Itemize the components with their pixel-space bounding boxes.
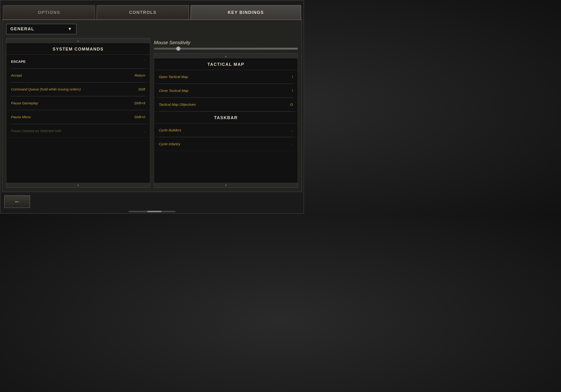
tab-options-label: OPTIONS bbox=[38, 10, 60, 15]
cmd-open-tactical-key: \ bbox=[274, 75, 293, 79]
cmd-pause-menu-key: Shift+0 bbox=[126, 115, 145, 119]
cmd-pause-gameplay-key: Shift+9 bbox=[126, 101, 145, 105]
taskbar-header: TASKBAR bbox=[154, 112, 298, 123]
sensitivity-slider[interactable] bbox=[154, 48, 298, 50]
tab-controls[interactable]: CONTROLS bbox=[97, 5, 189, 19]
horiz-scrollbar-track[interactable] bbox=[129, 211, 175, 212]
cmd-tactical-objectives-name: Tactical Map Objectives bbox=[159, 102, 274, 107]
cmd-cycle-infantry[interactable]: Cycle Infantry . bbox=[154, 137, 298, 151]
cmd-escape-name: ESCAPE bbox=[11, 59, 126, 64]
bottom-scrollbar bbox=[0, 210, 303, 213]
cmd-focus-camera-key: . bbox=[126, 129, 145, 133]
scroll-down-arrow[interactable]: ▼ bbox=[6, 183, 150, 187]
cmd-open-tactical[interactable]: Open Tactical Map \ bbox=[154, 70, 298, 84]
system-commands-header: SYSTEM COMMANDS bbox=[6, 43, 150, 55]
cmd-close-tactical[interactable]: Close Tactical Map \ bbox=[154, 84, 298, 98]
cmd-command-queue-key: Shift bbox=[126, 87, 145, 91]
cmd-tactical-objectives-key: O bbox=[274, 102, 293, 107]
dropdown-row: GENERAL ▼ bbox=[6, 24, 298, 34]
cmd-accept[interactable]: Accept Return bbox=[6, 69, 150, 82]
right-scroll-up[interactable]: ▲ bbox=[154, 54, 298, 58]
cmd-command-queue-name: Command Queue (hold while issuing orders… bbox=[11, 87, 126, 92]
cmd-close-tactical-key: \ bbox=[274, 89, 293, 93]
cmd-cycle-builders-key: , bbox=[274, 128, 293, 132]
tabs-bar: OPTIONS CONTROLS KEY BINDINGS bbox=[0, 0, 303, 19]
cmd-focus-camera-name: Focus Camera on Selected Unit bbox=[11, 129, 126, 133]
columns-area: ▲ SYSTEM COMMANDS ESCAPE ` bbox=[6, 38, 298, 188]
cmd-escape-key: ` bbox=[126, 59, 145, 64]
cmd-close-tactical-name: Close Tactical Map bbox=[159, 88, 274, 93]
cmd-open-tactical-name: Open Tactical Map bbox=[159, 75, 274, 79]
cmd-cycle-infantry-name: Cycle Infantry bbox=[159, 142, 274, 146]
system-commands-panel: ▲ SYSTEM COMMANDS ESCAPE ` bbox=[6, 38, 150, 188]
cmd-tactical-objectives[interactable]: Tactical Map Objectives O bbox=[154, 98, 298, 111]
tactical-map-header: TACTICAL MAP bbox=[154, 58, 298, 70]
dropdown-value: GENERAL bbox=[10, 27, 34, 32]
right-column: Mouse Sensitivity ▲ TACTICAL MAP Open Ta… bbox=[154, 38, 298, 188]
scroll-up-arrow[interactable]: ▲ bbox=[6, 38, 150, 43]
tab-keybindings[interactable]: KEY BINDINGS bbox=[191, 5, 301, 19]
sensitivity-label: Mouse Sensitivity bbox=[154, 40, 298, 45]
slider-thumb bbox=[176, 46, 180, 51]
tab-options[interactable]: OPTIONS bbox=[3, 5, 95, 19]
sensitivity-area: Mouse Sensitivity bbox=[154, 38, 298, 53]
cmd-pause-menu-name: Pause Menu bbox=[11, 115, 126, 120]
outer-frame: OPTIONS CONTROLS KEY BINDINGS GENERAL ▼ … bbox=[0, 0, 304, 214]
cmd-command-queue[interactable]: Command Queue (hold while issuing orders… bbox=[6, 83, 150, 96]
right-scroll-down[interactable]: ▼ bbox=[154, 183, 298, 187]
left-column: ▲ SYSTEM COMMANDS ESCAPE ` bbox=[6, 38, 150, 188]
cmd-cycle-builders[interactable]: Cycle Builders , bbox=[154, 123, 298, 137]
bottom-bar: ← bbox=[0, 193, 303, 210]
cmd-accept-key: Return bbox=[126, 73, 145, 77]
back-arrow-icon: ← bbox=[14, 198, 21, 205]
tab-keybindings-label: KEY BINDINGS bbox=[228, 10, 264, 15]
tab-controls-label: CONTROLS bbox=[129, 10, 157, 15]
cmd-cycle-infantry-key: . bbox=[274, 142, 293, 146]
cmd-pause-menu[interactable]: Pause Menu Shift+0 bbox=[6, 110, 150, 124]
cmd-pause-gameplay[interactable]: Pause Gameplay Shift+9 bbox=[6, 96, 150, 110]
right-panel-scroll[interactable]: TACTICAL MAP Open Tactical Map \ Close T… bbox=[154, 58, 298, 183]
cmd-cycle-builders-name: Cycle Builders bbox=[159, 128, 274, 132]
cmd-pause-gameplay-name: Pause Gameplay bbox=[11, 101, 126, 106]
cmd-focus-camera[interactable]: Focus Camera on Selected Unit . bbox=[6, 124, 150, 138]
back-button[interactable]: ← bbox=[4, 195, 30, 208]
cmd-accept-name: Accept bbox=[11, 73, 126, 78]
cmd-escape[interactable]: ESCAPE ` bbox=[6, 55, 150, 68]
horiz-scrollbar-thumb bbox=[147, 211, 162, 212]
section-header-text: SYSTEM COMMANDS bbox=[53, 47, 104, 52]
chevron-down-icon: ▼ bbox=[68, 27, 72, 32]
system-commands-scroll[interactable]: SYSTEM COMMANDS ESCAPE ` Accept Return bbox=[6, 43, 150, 183]
right-panel: ▲ TACTICAL MAP Open Tactical Map \ Close bbox=[154, 53, 298, 188]
main-content: GENERAL ▼ ▲ SYSTEM COMMANDS ESCAPE bbox=[2, 19, 302, 192]
category-dropdown[interactable]: GENERAL ▼ bbox=[6, 24, 76, 34]
